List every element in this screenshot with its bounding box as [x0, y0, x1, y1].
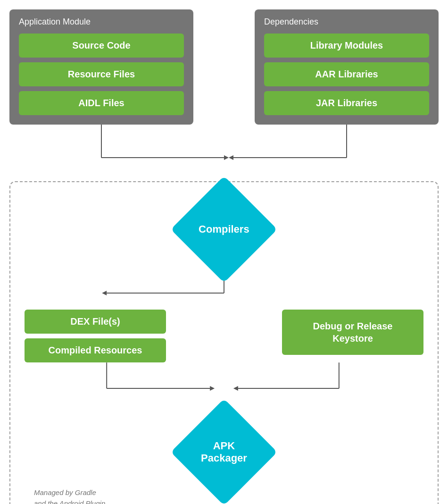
left-items: DEX File(s) Compiled Resources: [25, 310, 166, 362]
top-connectors-svg: [9, 125, 439, 186]
jar-libraries-btn: JAR Libraries: [264, 91, 429, 115]
gradle-label-area: Managed by Gradle and the Android Plugin: [25, 495, 423, 504]
apk-packager-container: APKPackager: [25, 410, 423, 495]
dependencies-box: Dependencies Library Modules AAR Librari…: [255, 9, 439, 125]
svg-marker-15: [233, 386, 238, 391]
dex-files-btn: DEX File(s): [25, 310, 166, 334]
compilers-container: Compilers: [25, 182, 423, 272]
apk-packager-diamond: APKPackager: [171, 399, 277, 504]
apk-packager-label: APKPackager: [201, 440, 247, 464]
diagram: Application Module Source Code Resource …: [9, 9, 439, 504]
compiled-resources-btn: Compiled Resources: [25, 338, 166, 362]
svg-marker-3: [224, 155, 229, 160]
gradle-line2: and the Android Plugin: [34, 499, 105, 504]
gradle-label: Managed by Gradle and the Android Plugin: [34, 487, 105, 504]
application-module-box: Application Module Source Code Resource …: [9, 9, 193, 125]
aar-libraries-btn: AAR Libraries: [264, 62, 429, 86]
library-modules-btn: Library Modules: [264, 34, 429, 58]
gradle-line1: Managed by Gradle: [34, 488, 96, 496]
compilers-diamond: Compilers: [171, 176, 277, 283]
top-section: Application Module Source Code Resource …: [9, 9, 439, 125]
dashed-build-area: Compilers DEX File(s) Compiled Resources…: [9, 181, 439, 504]
middle-section: DEX File(s) Compiled Resources Debug or …: [25, 310, 423, 362]
debug-keystore-btn: Debug or ReleaseKeystore: [282, 310, 423, 355]
apk-packager-wrapper: APKPackager: [182, 410, 266, 495]
svg-marker-6: [229, 155, 233, 160]
compilers-label: Compilers: [199, 223, 249, 235]
compilers-diamond-wrapper: Compilers: [182, 187, 266, 272]
dependencies-title: Dependencies: [264, 17, 429, 27]
svg-marker-9: [102, 291, 107, 295]
resource-files-btn: Resource Files: [19, 62, 184, 86]
app-module-title: Application Module: [19, 17, 184, 27]
source-code-btn: Source Code: [19, 34, 184, 58]
svg-marker-12: [210, 386, 215, 391]
aidl-files-btn: AIDL Files: [19, 91, 184, 115]
right-item: Debug or ReleaseKeystore: [282, 310, 423, 355]
